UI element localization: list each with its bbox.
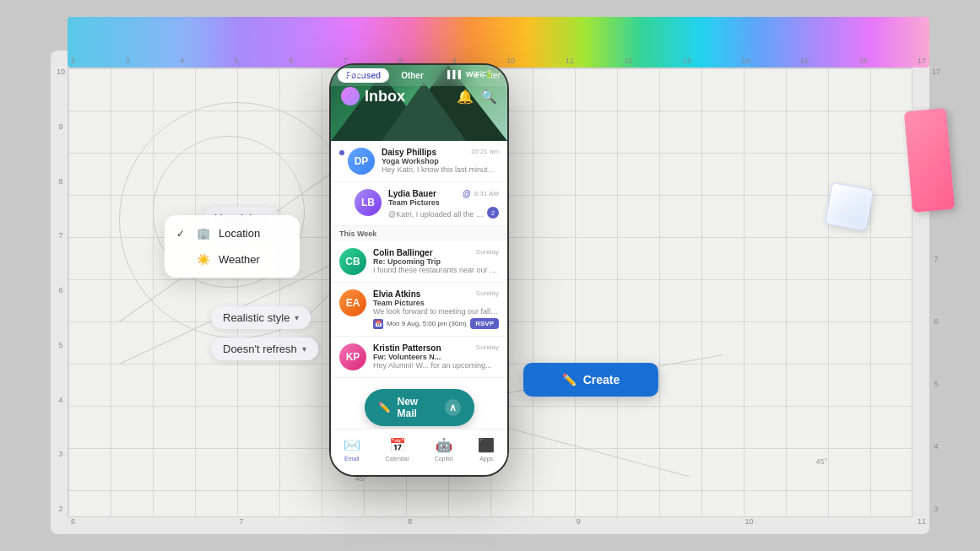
email-item[interactable]: EA Elvia Atkins Sunday Team Pictures We …	[331, 283, 507, 337]
context-menu: ✓ 🏢 Location ✓ ☀️ Weather	[165, 215, 300, 278]
email-avatar-lydia: LB	[355, 189, 382, 216]
at-badge: @	[463, 189, 471, 198]
crystal-cube	[825, 182, 874, 231]
email-content-kristin: Kristin Patterson Sunday Fw: Volunteers …	[373, 343, 499, 370]
apps-nav-label: Apps	[479, 456, 493, 462]
email-subject: Re: Upcoming Trip	[373, 257, 499, 266]
email-preview: @Katri, I uploaded all the pictures from…	[388, 210, 487, 219]
nav-item-copilot[interactable]: 🤖 Copilot	[435, 437, 453, 462]
rsvp-text: Mon 9 Aug, 5:00 pm (30m)	[387, 320, 467, 327]
email-meta: Lydia Bauer @ 8:31 AM	[388, 189, 499, 198]
fab-expand-icon[interactable]: ∧	[445, 399, 461, 416]
email-preview: We look forward to meeting our fall inte…	[373, 307, 499, 316]
email-time: Sunday	[476, 343, 499, 351]
email-meta: Elvia Atkins Sunday	[373, 289, 499, 299]
signal-icon: ▌▌▌	[447, 70, 463, 78]
create-label: Create	[583, 373, 620, 386]
chevron-up-icon: ∧	[449, 402, 457, 413]
email-subject: Team Pictures	[373, 299, 499, 307]
apps-nav-icon: ⬛	[478, 437, 495, 454]
email-avatar-daisy: DP	[348, 148, 375, 175]
email-content-colin: Colin Ballinger Sunday Re: Upcoming Trip…	[373, 248, 499, 275]
copilot-nav-icon: 🤖	[436, 437, 452, 454]
status-bar: 10:28 ▌▌▌ WiFi 🔋	[344, 70, 494, 78]
nav-item-email[interactable]: ✉️ Email	[344, 437, 360, 462]
ruler-numbers-left: 10 9 8 7 6 5 4 3 2	[52, 68, 69, 513]
email-subject: Team Pictures	[388, 198, 499, 207]
email-time: Sunday	[476, 248, 499, 256]
email-avatar-elvia: EA	[339, 289, 366, 316]
location-label: Location	[219, 227, 260, 240]
bottom-nav: ✉️ Email 📅 Calendar 🤖 Copilot ⬛ Apps	[331, 429, 507, 475]
email-nav-label: Email	[344, 456, 360, 462]
email-meta: Kristin Patterson Sunday	[373, 343, 499, 353]
email-preview: Hey Alumni! W... for an upcoming...	[373, 361, 499, 370]
doesnt-refresh-label: Doesn't refresh	[223, 343, 297, 355]
chevron-down-icon: ▾	[302, 344, 306, 354]
weather-label: Weather	[219, 253, 260, 266]
rsvp-row: 📅 Mon 9 Aug, 5:00 pm (30m) RSVP	[373, 318, 499, 329]
email-sender: Kristin Patterson	[373, 343, 441, 353]
email-time: 10:21 am	[471, 148, 499, 155]
status-time: 10:28	[344, 70, 364, 78]
email-nav-icon: ✉️	[344, 437, 360, 454]
email-badge: 2	[487, 207, 499, 219]
rsvp-button[interactable]: RSVP	[470, 318, 499, 329]
nav-item-calendar[interactable]: 📅 Calendar	[386, 437, 409, 462]
inbox-icons: 🔔 🔍	[457, 89, 497, 105]
email-sender: Lydia Bauer	[388, 189, 436, 198]
chip-realistic-style[interactable]: Realistic style ▾	[211, 306, 311, 329]
email-preview: I found these restaurants near our hotel…	[373, 266, 499, 274]
create-icon: ✏️	[562, 373, 577, 386]
create-button[interactable]: ✏️ Create	[523, 363, 658, 397]
eraser	[904, 108, 955, 213]
chip-doesnt-refresh[interactable]: Doesn't refresh ▾	[211, 338, 318, 360]
email-avatar-colin: CB	[339, 248, 366, 275]
compose-icon: ✏️	[378, 402, 391, 413]
context-menu-item-location[interactable]: ✓ 🏢 Location	[165, 220, 300, 246]
email-meta: Colin Ballinger Sunday	[373, 248, 499, 257]
email-sender: Elvia Atkins	[373, 289, 420, 299]
section-header-this-week: This Week	[331, 226, 507, 241]
email-sender: Colin Ballinger	[373, 248, 433, 257]
email-sender: Daisy Phillips	[382, 148, 436, 157]
wifi-icon: WiFi	[466, 70, 482, 78]
context-menu-item-weather[interactable]: ✓ ☀️ Weather	[165, 246, 300, 273]
search-icon[interactable]: 🔍	[480, 89, 497, 105]
email-time: 8:31 AM	[474, 190, 499, 197]
calendar-nav-icon: 📅	[389, 437, 406, 454]
chevron-down-icon: ▾	[295, 313, 299, 322]
email-content-lydia: Lydia Bauer @ 8:31 AM Team Pictures @Kat…	[388, 189, 499, 219]
copilot-nav-label: Copilot	[435, 456, 453, 462]
email-meta: Daisy Phillips 10:21 am	[382, 148, 499, 157]
ruler-numbers-bottom: 6 7 8 9 10 11	[68, 513, 929, 530]
email-avatar-kristin: KP	[339, 343, 366, 370]
bell-icon[interactable]: 🔔	[457, 89, 474, 105]
email-item[interactable]: KP Kristin Patterson Sunday Fw: Voluntee…	[331, 337, 507, 378]
email-time: Sunday	[476, 289, 499, 297]
email-content-elvia: Elvia Atkins Sunday Team Pictures We loo…	[373, 289, 499, 329]
user-avatar[interactable]	[341, 87, 360, 105]
email-content-daisy: Daisy Phillips 10:21 am Yoga Workshop He…	[382, 148, 499, 175]
email-subject: Fw: Volunteers N...	[373, 353, 499, 361]
nav-item-apps[interactable]: ⬛ Apps	[478, 437, 495, 462]
inbox-title: Inbox	[365, 88, 405, 105]
phone-mockup: 10:28 ▌▌▌ WiFi 🔋 Inbox 🔔 🔍 Focu	[329, 63, 509, 477]
realistic-style-label: Realistic style	[223, 311, 290, 324]
inbox-bar: Inbox 🔔 🔍	[331, 84, 507, 109]
degree-label-right: 45°	[815, 457, 827, 466]
unread-dot	[339, 150, 344, 155]
email-list: DP Daisy Phillips 10:21 am Yoga Workshop…	[331, 141, 507, 378]
phone-header-bg: 10:28 ▌▌▌ WiFi 🔋 Inbox 🔔 🔍 Focu	[331, 65, 507, 141]
new-mail-fab[interactable]: ✏️ New Mail ∧	[365, 389, 474, 426]
check-icon: ✓	[176, 228, 188, 240]
email-item[interactable]: DP Daisy Phillips 10:21 am Yoga Workshop…	[331, 141, 507, 182]
email-item[interactable]: LB Lydia Bauer @ 8:31 AM Team Pictures @…	[331, 182, 507, 226]
email-subject: Yoga Workshop	[382, 157, 499, 165]
email-item[interactable]: CB Colin Ballinger Sunday Re: Upcoming T…	[331, 241, 507, 283]
email-preview: Hey Katri, I know this last minute, but …	[382, 165, 499, 174]
calendar-nav-label: Calendar	[386, 456, 409, 462]
battery-icon: 🔋	[485, 70, 494, 78]
status-icons: ▌▌▌ WiFi 🔋	[447, 70, 494, 78]
new-mail-label: New Mail	[398, 396, 438, 419]
